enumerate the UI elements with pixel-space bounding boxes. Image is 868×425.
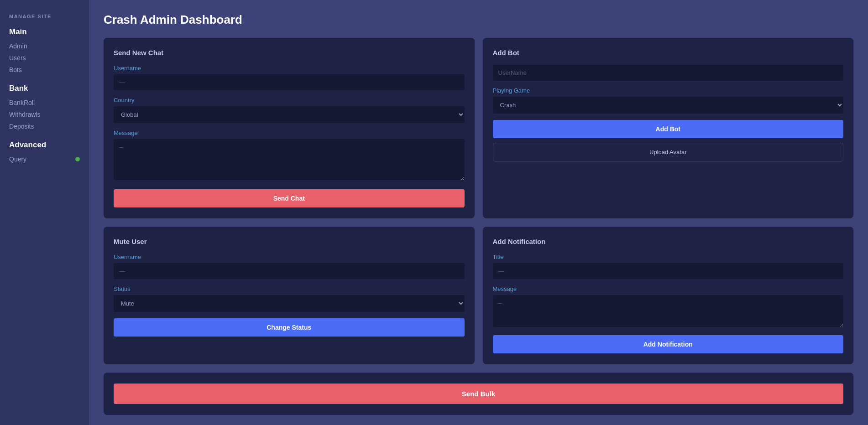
- notification-message-textarea[interactable]: [493, 295, 844, 327]
- notification-title-label: Title: [493, 254, 844, 260]
- sidebar-item-bots[interactable]: Bots: [9, 64, 80, 76]
- sidebar-section-bank: Bank: [9, 84, 80, 93]
- sidebar-item-query[interactable]: Query: [9, 153, 80, 165]
- send-chat-country-label: Country: [114, 97, 465, 104]
- send-chat-card: Send New Chat Username Country Global US…: [104, 38, 475, 218]
- send-chat-message-textarea[interactable]: [114, 139, 465, 180]
- send-bulk-button[interactable]: Send Bulk: [114, 384, 843, 404]
- sidebar: MANAGE SITE Main Admin Users Bots Bank B…: [0, 0, 89, 425]
- send-chat-username-input[interactable]: [114, 74, 465, 90]
- query-status-dot: [75, 157, 80, 161]
- notification-title-input[interactable]: [493, 263, 844, 279]
- sidebar-item-admin[interactable]: Admin: [9, 40, 80, 52]
- sidebar-item-deposits[interactable]: Deposits: [9, 120, 80, 132]
- mute-user-status-select[interactable]: Mute Unmute Ban Unban: [114, 295, 465, 312]
- sidebar-section-advanced: Advanced: [9, 140, 80, 150]
- send-chat-username-label: Username: [114, 65, 465, 72]
- add-bot-title: Add Bot: [493, 49, 844, 57]
- mute-user-username-label: Username: [114, 254, 465, 260]
- middle-card-grid: Mute User Username Status Mute Unmute Ba…: [104, 227, 853, 364]
- add-bot-playing-game-label: Playing Game: [493, 87, 844, 94]
- sidebar-item-bankroll[interactable]: BankRoll: [9, 97, 80, 109]
- add-bot-playing-game-select[interactable]: Crash Slots Roulette Plinko: [493, 97, 844, 114]
- send-chat-button[interactable]: Send Chat: [114, 189, 465, 207]
- top-card-grid: Send New Chat Username Country Global US…: [104, 38, 853, 218]
- add-bot-username-input[interactable]: [493, 65, 844, 81]
- send-bulk-card: Send Bulk: [104, 373, 853, 415]
- sidebar-item-withdrawls[interactable]: Withdrawls: [9, 109, 80, 120]
- upload-avatar-button[interactable]: Upload Avatar: [493, 143, 844, 161]
- send-chat-title: Send New Chat: [114, 49, 465, 57]
- send-chat-country-select[interactable]: Global US UK Canada Australia: [114, 106, 465, 123]
- mute-user-title: Mute User: [114, 238, 465, 245]
- add-bot-card: Add Bot Playing Game Crash Slots Roulett…: [483, 38, 854, 218]
- sidebar-section-main: Main: [9, 27, 80, 36]
- page-title: Crash Admin Dashboard: [104, 13, 853, 27]
- send-chat-message-label: Message: [114, 130, 465, 136]
- sidebar-manage-label: MANAGE SITE: [9, 14, 80, 19]
- mute-user-status-label: Status: [114, 285, 465, 292]
- change-status-button[interactable]: Change Status: [114, 318, 465, 337]
- add-notification-button[interactable]: Add Notification: [493, 335, 844, 353]
- mute-user-username-input[interactable]: [114, 263, 465, 279]
- add-bot-button[interactable]: Add Bot: [493, 120, 844, 138]
- add-notification-title: Add Notification: [493, 238, 844, 245]
- notification-message-label: Message: [493, 285, 844, 292]
- sidebar-item-users[interactable]: Users: [9, 52, 80, 64]
- mute-user-card: Mute User Username Status Mute Unmute Ba…: [104, 227, 475, 364]
- add-notification-card: Add Notification Title Message Add Notif…: [483, 227, 854, 364]
- main-content: Crash Admin Dashboard Send New Chat User…: [89, 0, 868, 425]
